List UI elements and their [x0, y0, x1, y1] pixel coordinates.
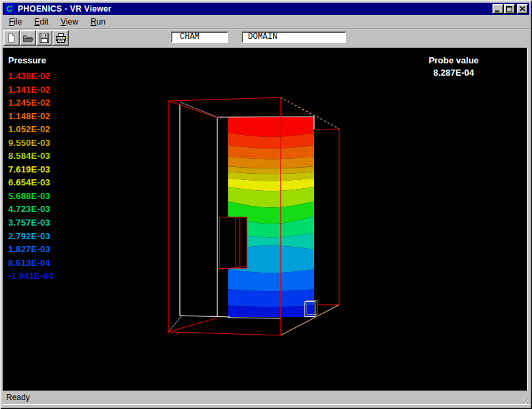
- probe-readout: Probe value 8.287E-04: [399, 55, 508, 78]
- menu-view[interactable]: View: [56, 16, 83, 28]
- new-document-button[interactable]: [3, 30, 20, 46]
- toolbar: [3, 29, 529, 48]
- menu-edit[interactable]: Edit: [29, 16, 53, 28]
- probe-value: 8.287E-04: [399, 67, 508, 78]
- legend-value: 1.148E-02: [8, 110, 53, 123]
- legend-value: 1.052E-02: [8, 123, 53, 136]
- legend-value: 2.792E-03: [8, 230, 53, 243]
- legend-value: 1.245E-02: [8, 96, 53, 110]
- window-title: PHOENICS - VR Viewer: [18, 4, 492, 14]
- open-folder-button[interactable]: [20, 30, 36, 46]
- vr-viewport[interactable]: Pressure 1.438E-021.341E-021.245E-021.14…: [3, 48, 528, 391]
- probe-label: Probe value: [399, 55, 508, 65]
- status-text: Ready: [6, 393, 30, 402]
- legend-value: 8.584E-03: [8, 149, 53, 163]
- legend-value: 4.723E-03: [8, 202, 53, 216]
- 3d-scene: [3, 48, 527, 391]
- close-button[interactable]: [517, 4, 528, 14]
- print-icon: [55, 33, 67, 44]
- menu-file[interactable]: File: [4, 16, 27, 28]
- print-button[interactable]: [52, 30, 69, 46]
- new-document-icon: [6, 33, 17, 44]
- blockage-object[interactable]: [219, 217, 247, 270]
- legend-values: 1.438E-021.341E-021.245E-021.148E-021.05…: [8, 70, 53, 283]
- legend-value: 1.827E-03: [8, 243, 53, 256]
- legend-title: Pressure: [8, 55, 53, 65]
- maximize-button[interactable]: [504, 4, 515, 14]
- save-icon: [39, 33, 50, 44]
- close-icon: [520, 6, 526, 12]
- title-bar[interactable]: PHOENICS - VR Viewer: [3, 3, 529, 15]
- legend-value: 9.550E-03: [8, 136, 53, 150]
- menu-run[interactable]: Run: [86, 16, 110, 28]
- phoenics-app-icon: [4, 3, 15, 14]
- maximize-icon: [506, 6, 513, 12]
- legend-value: 1.438E-02: [8, 70, 53, 83]
- pressure-legend: Pressure 1.438E-021.341E-021.245E-021.14…: [8, 55, 53, 283]
- minimize-button[interactable]: [492, 4, 503, 14]
- legend-value: -1.041E-04: [8, 269, 53, 283]
- legend-value: 3.757E-03: [8, 216, 53, 230]
- legend-value: 1.341E-02: [8, 83, 53, 97]
- menu-bar: File Edit View Run: [3, 15, 529, 28]
- legend-value: 5.688E-03: [8, 190, 53, 203]
- app-window: PHOENICS - VR Viewer File Edit: [0, 0, 532, 409]
- minimize-icon: [495, 6, 501, 12]
- resize-grip[interactable]: [518, 393, 529, 404]
- save-button[interactable]: [36, 30, 52, 46]
- open-folder-icon: [22, 33, 34, 44]
- cham-field[interactable]: [171, 31, 228, 43]
- legend-value: 6.654E-03: [8, 176, 53, 190]
- domain-field[interactable]: [242, 31, 346, 43]
- legend-value: 7.619E-03: [8, 163, 53, 177]
- legend-value: 8.613E-04: [8, 256, 53, 270]
- status-bar: Ready: [3, 391, 529, 405]
- hidden-edges: [169, 102, 217, 331]
